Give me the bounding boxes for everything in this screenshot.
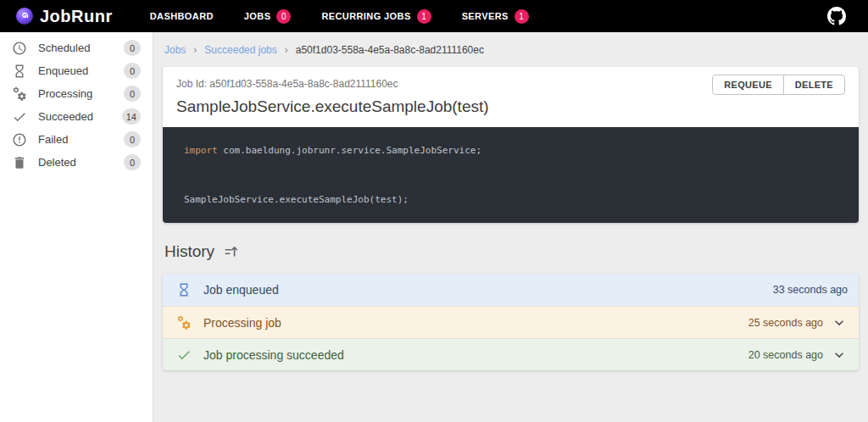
sidebar-item-failed[interactable]: Failed 0 (0, 128, 153, 151)
nav-label: RECURRING JOBS (321, 11, 410, 21)
nav-label: JOBS (244, 11, 271, 21)
breadcrumb-link-jobs[interactable]: Jobs (164, 44, 186, 56)
hourglass-icon (12, 64, 27, 79)
job-detail-card: Job Id: a50f1d03-558a-4e5a-8a8c-8ad21111… (163, 67, 859, 223)
nav-label: DASHBOARD (150, 11, 214, 21)
sidebar-item-label: Succeeded (38, 110, 93, 123)
job-card-header: Job Id: a50f1d03-558a-4e5a-8a8c-8ad21111… (163, 67, 859, 127)
count-badge: 14 (122, 108, 141, 125)
code-line-blank (184, 163, 837, 187)
history-row-processing[interactable]: Processing job 25 seconds ago (163, 306, 859, 338)
check-icon (176, 347, 192, 363)
code-line-import: import com.baeldung.jobrunr.service.Samp… (184, 138, 837, 163)
brand[interactable]: JobRunr (15, 7, 113, 26)
history-row-label: Job processing succeeded (203, 348, 344, 362)
nav-item-recurring-jobs[interactable]: RECURRING JOBS 1 (321, 9, 431, 24)
job-title: SampleJobService.executeSampleJob(test) (176, 97, 845, 116)
sidebar: Scheduled 0 Enqueued 0 Processing 0 Succ… (0, 32, 153, 422)
nav-items: DASHBOARD JOBS 0 RECURRING JOBS 1 SERVER… (150, 9, 529, 24)
history-title: History (164, 242, 214, 261)
sidebar-item-label: Processing (38, 87, 92, 100)
breadcrumb-separator: › (285, 44, 288, 56)
sidebar-item-processing[interactable]: Processing 0 (0, 82, 153, 105)
breadcrumb-current-job-id: a50f1d03-558a-4e5a-8a8c-8ad2111160ec (296, 44, 484, 56)
chevron-down-icon[interactable] (831, 347, 848, 364)
brand-name: JobRunr (40, 7, 113, 26)
recurring-jobs-count-badge: 1 (417, 9, 431, 24)
sidebar-item-label: Enqueued (38, 64, 88, 77)
github-icon[interactable] (827, 7, 846, 25)
history-row-succeeded[interactable]: Job processing succeeded 20 seconds ago (163, 338, 859, 370)
jobrunr-logo-icon (15, 7, 34, 25)
count-badge: 0 (124, 86, 141, 102)
breadcrumb-link-succeeded-jobs[interactable]: Succeeded jobs (204, 44, 276, 56)
sidebar-item-enqueued[interactable]: Enqueued 0 (0, 59, 153, 82)
job-code-block: import com.baeldung.jobrunr.service.Samp… (163, 127, 859, 223)
code-line-call: SampleJobService.executeSampleJob(test); (184, 187, 837, 212)
sidebar-item-label: Scheduled (38, 42, 90, 54)
count-badge: 0 (124, 63, 141, 79)
top-navbar: JobRunr DASHBOARD JOBS 0 RECURRING JOBS … (0, 0, 868, 32)
history-row-label: Job enqueued (203, 283, 279, 297)
history-row-time: 33 seconds ago (773, 284, 848, 296)
history-header: History (163, 242, 859, 261)
clock-icon (12, 41, 27, 56)
hourglass-icon (176, 282, 192, 297)
check-icon (12, 109, 27, 125)
sidebar-item-label: Deleted (38, 156, 76, 169)
history-row-label: Processing job (203, 316, 281, 330)
breadcrumb: Jobs › Succeeded jobs › a50f1d03-558a-4e… (163, 44, 859, 56)
main-content: Jobs › Succeeded jobs › a50f1d03-558a-4e… (153, 32, 868, 422)
cogs-icon (12, 86, 27, 102)
history-row-time: 20 seconds ago (748, 349, 823, 361)
count-badge: 0 (124, 131, 141, 147)
nav-item-jobs[interactable]: JOBS 0 (244, 9, 292, 24)
nav-item-dashboard[interactable]: DASHBOARD (150, 11, 214, 21)
breadcrumb-separator: › (193, 44, 197, 56)
sidebar-item-scheduled[interactable]: Scheduled 0 (0, 36, 153, 59)
nav-label: SERVERS (462, 11, 509, 21)
trash-icon (12, 155, 27, 170)
sidebar-item-succeeded[interactable]: Succeeded 14 (0, 105, 153, 128)
sidebar-item-label: Failed (38, 133, 68, 146)
error-icon (12, 132, 27, 147)
history-list: Job enqueued 33 seconds ago Processing j… (163, 274, 859, 370)
cogs-icon (176, 315, 192, 330)
sort-ascending-icon[interactable] (224, 244, 239, 259)
jobs-count-badge: 0 (276, 9, 291, 24)
nav-item-servers[interactable]: SERVERS 1 (462, 9, 529, 24)
count-badge: 0 (124, 154, 141, 170)
delete-button[interactable]: DELETE (783, 75, 844, 94)
sidebar-item-deleted[interactable]: Deleted 0 (0, 151, 153, 174)
job-actions: REQUEUE DELETE (712, 75, 845, 95)
history-row-time: 25 seconds ago (748, 317, 823, 329)
servers-count-badge: 1 (515, 9, 529, 24)
requeue-button[interactable]: REQUEUE (713, 75, 783, 94)
history-row-enqueued: Job enqueued 33 seconds ago (163, 274, 859, 306)
chevron-down-icon[interactable] (831, 314, 848, 331)
count-badge: 0 (124, 40, 141, 56)
